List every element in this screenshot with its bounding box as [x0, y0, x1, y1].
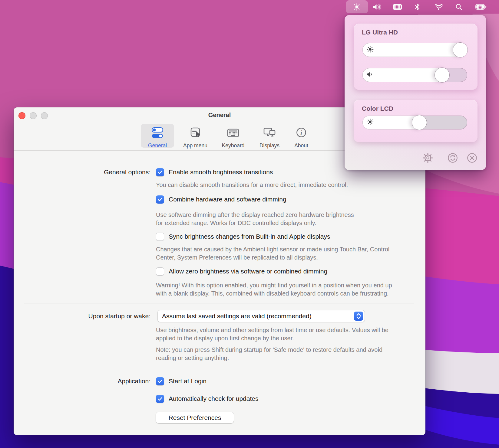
checkbox-sync-brightness[interactable]: [156, 233, 164, 241]
help-text: You can disable smooth transitions for a…: [156, 181, 348, 189]
checkbox-start-at-login[interactable]: [156, 377, 164, 385]
sound-volume-icon[interactable]: [373, 3, 381, 11]
volume-icon: [366, 71, 374, 79]
toggles-icon: [150, 127, 164, 141]
app-menu-icon: [188, 127, 202, 141]
brightness-icon: [366, 46, 374, 54]
checkbox-label: Enable smooth brightness transitions: [169, 168, 273, 176]
display-name: LG Ultra HD: [362, 29, 398, 36]
tab-about[interactable]: i About: [285, 124, 318, 148]
help-text: Warning! With this option enabled, you m…: [156, 281, 392, 297]
startup-label: Upon startup or wake:: [14, 311, 150, 321]
help-text: Use software dimming after the display r…: [156, 211, 354, 227]
checkbox-label: Sync brightness changes from Built-in an…: [169, 233, 330, 240]
tab-keyboard[interactable]: Keyboard: [216, 124, 250, 148]
slider-thumb[interactable]: [435, 68, 449, 82]
spotlight-search-icon[interactable]: [455, 3, 462, 10]
checkbox-row: Automatically check for updates: [156, 394, 258, 404]
checkbox-label: Allow zero brightness via software or co…: [169, 268, 327, 275]
tab-label: Displays: [259, 142, 279, 149]
slider-thumb[interactable]: [453, 43, 468, 57]
checkbox-row: Sync brightness changes from Built-in an…: [156, 232, 330, 241]
bluetooth-icon[interactable]: [415, 3, 420, 11]
checkbox-row: Allow zero brightness via software or co…: [156, 267, 327, 276]
checkbox-auto-updates[interactable]: [156, 395, 164, 403]
checkbox-row: Start at Login: [156, 376, 207, 386]
chevron-up-down-icon: [354, 312, 363, 321]
svg-text:i: i: [300, 129, 302, 136]
general-options-label: General options:: [14, 167, 150, 177]
checkbox-zero-brightness[interactable]: [156, 267, 164, 276]
refresh-button[interactable]: [446, 151, 459, 165]
brightness-icon: [366, 118, 374, 127]
tab-label: General: [148, 142, 167, 149]
startup-select-value: Assume last saved settings are valid (re…: [162, 312, 312, 320]
checkbox-label: Start at Login: [169, 378, 207, 385]
display-name: Color LCD: [362, 105, 393, 112]
display-brightness-icon[interactable]: [353, 3, 361, 11]
checkbox-smooth-transitions[interactable]: [156, 168, 164, 176]
checkbox-label: Automatically check for updates: [169, 395, 258, 402]
displays-icon: [263, 127, 276, 141]
slider-thumb[interactable]: [412, 115, 427, 130]
settings-button[interactable]: [421, 151, 435, 165]
tab-app-menu[interactable]: App menu: [179, 124, 212, 148]
brightness-slider[interactable]: [362, 116, 467, 129]
tab-general[interactable]: General: [141, 124, 174, 148]
keyboard-brightness-icon[interactable]: [393, 4, 402, 10]
brightness-slider[interactable]: [362, 43, 467, 57]
display-card-color-lcd: Color LCD: [354, 100, 478, 142]
reset-preferences-button[interactable]: Reset Preferences: [156, 412, 234, 423]
volume-slider[interactable]: [362, 68, 467, 82]
display-card-lg-ultra-hd: LG Ultra HD: [354, 24, 478, 90]
battery-charging-icon[interactable]: [475, 3, 487, 10]
tab-label: App menu: [183, 142, 207, 149]
displays-popover: LG Ultra HD: [345, 15, 486, 170]
help-text: Use brightness, volume and other setting…: [156, 326, 388, 342]
checkbox-label: Combine hardware and software dimming: [169, 196, 286, 203]
close-button[interactable]: [465, 151, 479, 165]
help-text: Changes that are caused by the Ambient l…: [156, 245, 389, 261]
section-divider: [24, 303, 414, 303]
tab-displays[interactable]: Displays: [253, 124, 286, 148]
note-text: Note: you can press Shift during startup…: [156, 346, 382, 362]
wifi-icon[interactable]: [435, 4, 443, 10]
section-divider: [24, 369, 414, 369]
menu-bar: [0, 0, 499, 14]
info-icon: i: [294, 127, 308, 141]
checkbox-row: Enable smooth brightness transitions: [156, 167, 273, 177]
checkbox-row: Combine hardware and software dimming: [156, 195, 286, 204]
checkbox-combine-dimming[interactable]: [156, 195, 164, 204]
startup-select[interactable]: Assume last saved settings are valid (re…: [158, 310, 365, 322]
keyboard-icon: [226, 127, 240, 141]
application-label: Application:: [14, 376, 150, 386]
tab-label: Keyboard: [222, 142, 245, 149]
screen: General General: [0, 0, 499, 448]
tab-label: About: [294, 142, 308, 149]
